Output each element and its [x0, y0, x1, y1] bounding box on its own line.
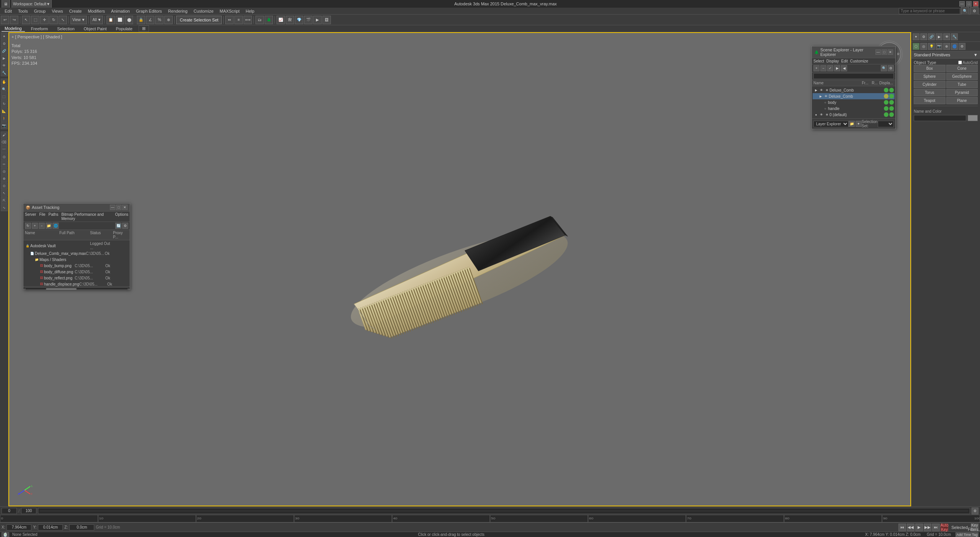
play-button[interactable]: ▶ [915, 524, 923, 531]
menu-tools[interactable]: Tools [15, 8, 31, 14]
select-region-button[interactable]: ⬚ [31, 16, 39, 24]
scale-button[interactable]: ⤡ [59, 16, 67, 24]
curve-editor-button[interactable]: 📈 [276, 16, 285, 24]
at-refresh-button[interactable]: ↻ [25, 223, 31, 229]
at-restore-button[interactable]: □ [116, 205, 121, 210]
primitive-plane[interactable]: Plane [946, 97, 978, 104]
create-tool[interactable]: ✦ [1, 33, 8, 40]
maximize-button[interactable]: □ [966, 1, 972, 7]
create-physical-camera[interactable]: 📷 [1, 122, 8, 129]
se-options-button[interactable]: ⚙ [888, 65, 894, 71]
at-menu-server[interactable]: Server [25, 212, 36, 221]
transform-tool-left[interactable]: ⇱ [1, 197, 8, 204]
se-menu-edit[interactable]: Edit [841, 59, 848, 63]
menu-maxscript[interactable]: MAXScript [217, 8, 243, 14]
percent-snap-button[interactable]: % [155, 16, 164, 24]
at-menu-file[interactable]: File [39, 212, 45, 221]
mode-populate[interactable]: Populate [113, 25, 135, 32]
render-setup-button[interactable]: 🎬 [304, 16, 312, 24]
shapes-icon[interactable]: ◎ [920, 43, 927, 50]
se-new-layer[interactable]: + [813, 65, 820, 71]
se-layer-explorer-select[interactable]: Layer Explorer [813, 121, 849, 127]
smooth-tool[interactable]: 〰 [1, 146, 8, 153]
menu-graph-editors[interactable]: Graph Editors [133, 8, 165, 14]
timeline-ruler-bar[interactable]: 0 10 20 30 40 50 60 70 80 90 100 [0, 515, 980, 522]
key-filters-button[interactable]: Key Filters... [971, 524, 978, 531]
at-config-button[interactable]: ⚙ [122, 223, 128, 229]
display-tool[interactable]: 👁 [1, 62, 8, 69]
at-menu-paths[interactable]: Paths [49, 212, 59, 221]
at-row-max-file[interactable]: 📄 Deluxe_Comb_max_vray.max C:\3D\05... O… [24, 250, 129, 256]
se-selection-set-select[interactable] [878, 121, 894, 127]
zoom-region-tool[interactable]: ⬚ [1, 93, 8, 100]
at-sync-button[interactable]: 🔄 [115, 223, 121, 229]
undo-button[interactable]: ↩ [1, 16, 9, 24]
select-by-name-button[interactable]: 📋 [106, 16, 115, 24]
snap-toggle-button[interactable]: 🔒 [137, 16, 145, 24]
se-collapse[interactable]: ◀ [841, 65, 847, 71]
at-scroll-track[interactable] [25, 287, 128, 290]
autogrid-checkbox[interactable] [958, 61, 962, 64]
angle-snap-button[interactable]: ∠ [146, 16, 154, 24]
schematic-view-button[interactable]: 🕸 [286, 16, 294, 24]
menu-animation[interactable]: Animation [108, 8, 133, 14]
align-button[interactable]: ≡ [234, 16, 243, 24]
at-scrollbar[interactable] [23, 286, 130, 289]
workspace-dropdown[interactable]: Workspace: Default ▼ [11, 0, 52, 8]
hierarchy-tool[interactable]: 🔗 [1, 48, 8, 54]
circle-select-button[interactable]: ⬤ [125, 16, 133, 24]
se-row-body[interactable]: ○ body [813, 99, 895, 105]
z-coord-input[interactable] [69, 524, 94, 530]
pan-tool[interactable]: ✋ [1, 79, 8, 85]
at-scroll-thumb[interactable] [46, 288, 77, 290]
at-row-vault[interactable]: 🔒 Autodesk Vault Logged Out ... [24, 241, 129, 250]
minimize-button[interactable]: — [959, 1, 965, 7]
go-to-end-button[interactable]: ⏭ [932, 524, 940, 531]
add-time-tag-button[interactable]: Add Time Tag [955, 532, 978, 537]
scene-explorer-button[interactable]: 🌲 [265, 16, 273, 24]
zoom-tool[interactable]: 🔍 [1, 86, 8, 93]
standard-primitives-dropdown[interactable]: Standard Primitives ▼ [911, 51, 980, 59]
timeline-options-button[interactable]: ⚙ [972, 507, 978, 514]
go-to-start-button[interactable]: ⏮ [898, 524, 906, 531]
primitive-pyramid[interactable]: Pyramid [946, 89, 978, 96]
modify-tool[interactable]: ⚙ [1, 40, 8, 47]
spread-tool[interactable]: ⊕ [1, 175, 8, 182]
close-button[interactable]: ✕ [973, 1, 978, 7]
mode-extra[interactable]: ⊞ [139, 25, 149, 32]
menu-help[interactable]: Help [243, 8, 258, 14]
at-row-maps-folder[interactable]: 📁 Maps / Shaders [24, 256, 129, 263]
menu-views[interactable]: Views [49, 8, 66, 14]
mode-selection[interactable]: Selection [54, 25, 77, 32]
se-maximize-button[interactable]: □ [882, 49, 887, 55]
at-menu-bitmap[interactable]: Bitmap Performance and Memory [61, 212, 112, 221]
at-add-button[interactable]: + [32, 223, 38, 229]
at-folder-button[interactable]: 📁 [46, 223, 52, 229]
se-row-deluxe-comb-obj[interactable]: ▶ 👁 Deluxe_Comb [813, 93, 895, 99]
menu-rendering[interactable]: Rendering [165, 8, 191, 14]
flatten-tool[interactable]: ═ [1, 161, 8, 168]
hierarchy-panel-icon[interactable]: 🔗 [928, 33, 935, 40]
at-row-handle-displace[interactable]: 🖼 handle_displace.png C:\3D\05... Ok [24, 281, 129, 286]
autogrid-checkbox-row[interactable]: AutoGrid [958, 61, 978, 65]
active-viewport-render-button[interactable]: 🖼 [322, 16, 331, 24]
field-of-view-tool[interactable]: 📐 [1, 108, 8, 115]
reference-coord-dropdown[interactable]: View ▼ [70, 16, 87, 24]
relax-tool[interactable]: ◎ [1, 153, 8, 160]
menu-edit[interactable]: Edit [2, 8, 15, 14]
object-name-input[interactable] [914, 115, 966, 121]
spinner-snap-button[interactable]: ⊕ [164, 16, 173, 24]
primitive-torus[interactable]: Torus [914, 89, 946, 96]
erase-tool[interactable]: ⌫ [1, 139, 8, 146]
orbit-tool[interactable]: ↻ [1, 100, 8, 107]
material-editor-button[interactable]: 💎 [295, 16, 303, 24]
se-row-deluxe-comb-layer[interactable]: ▶ 👁 ❄ Deluxe_Comb [813, 87, 895, 93]
se-menu-select[interactable]: Select [813, 59, 824, 63]
at-close-button[interactable]: ✕ [122, 205, 128, 210]
prev-frame-button[interactable]: ◀◀ [907, 524, 915, 531]
rect-select-button[interactable]: ⬜ [116, 16, 124, 24]
se-row-default[interactable]: ● 👁 ❄ 0 (default) [813, 112, 895, 118]
menu-group[interactable]: Group [31, 8, 49, 14]
geometry-icon[interactable]: ⬡ [913, 43, 919, 50]
total-frames-input[interactable] [21, 508, 36, 514]
